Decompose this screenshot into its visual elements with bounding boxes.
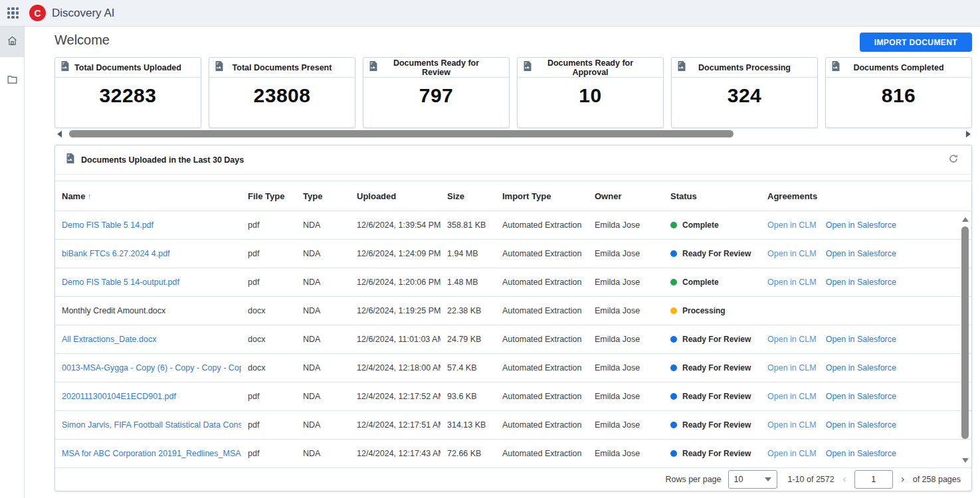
table-row: Demo FIS Table 5 14-output.pdfpdfNDA12/6… xyxy=(55,268,971,297)
agreements-cell: Open in CLMOpen in Salesforce xyxy=(761,420,971,430)
open-in-salesforce-link[interactable]: Open in Salesforce xyxy=(826,278,896,287)
document-name-link[interactable]: 0013-MSA-Gygga - Copy (6) - Copy - Copy … xyxy=(62,363,241,373)
column-header-owner[interactable]: Owner xyxy=(588,191,664,201)
document-name-link[interactable]: Demo FIS Table 5 14.pdf xyxy=(62,220,153,230)
table-row: Demo FIS Table 5 14.pdfpdfNDA12/6/2024, … xyxy=(55,211,971,240)
status-dot-icon xyxy=(670,365,677,371)
previous-page-button[interactable]: ‹ xyxy=(841,475,848,485)
rows-per-page-label: Rows per page xyxy=(665,475,721,484)
refresh-icon xyxy=(948,153,959,166)
column-header-uploaded[interactable]: Uploaded xyxy=(350,191,441,201)
conga-logo: C xyxy=(29,5,46,21)
column-header-type[interactable]: Type xyxy=(296,191,350,201)
stat-card-total-uploaded: Total Documents Uploaded 32283 xyxy=(54,57,201,128)
app-title: Discovery AI xyxy=(52,7,114,20)
document-name-link[interactable]: All Extractions_Date.docx xyxy=(62,335,156,344)
left-sidebar xyxy=(0,27,25,498)
table-row: Simon Jarvis, FIFA Football Statistical … xyxy=(55,411,971,440)
open-in-clm-link[interactable]: Open in CLM xyxy=(767,220,817,230)
stat-card-label: Total Documents Present xyxy=(224,63,349,72)
document-icon xyxy=(66,153,75,166)
open-in-salesforce-link[interactable]: Open in Salesforce xyxy=(826,420,896,430)
agreements-cell: Open in CLMOpen in Salesforce xyxy=(761,220,971,230)
stat-card-ready-review: Documents Ready for Review 797 xyxy=(363,57,510,128)
scroll-down-arrow-icon[interactable] xyxy=(962,458,969,463)
file-type-cell: pdf xyxy=(241,449,296,458)
agreements-cell: Open in CLMOpen in Salesforce xyxy=(761,335,971,344)
size-cell: 358.81 KB xyxy=(441,220,496,230)
open-in-clm-link[interactable]: Open in CLM xyxy=(767,449,817,458)
folder-icon xyxy=(7,74,18,88)
column-header-status[interactable]: Status xyxy=(664,191,761,201)
uploaded-cell: 12/6/2024, 1:39:54 PM xyxy=(350,220,441,230)
vertical-scrollbar-thumb[interactable] xyxy=(961,226,969,439)
stat-card-total-present: Total Documents Present 23808 xyxy=(209,57,355,128)
open-in-clm-link[interactable]: Open in CLM xyxy=(767,278,817,287)
import-document-button[interactable]: IMPORT DOCUMENT xyxy=(860,33,972,52)
stat-card-value: 797 xyxy=(363,84,509,107)
owner-cell: Emilda Jose xyxy=(588,220,664,230)
document-name-link[interactable]: Demo FIS Table 5 14-output.pdf xyxy=(62,278,179,287)
file-type-cell: pdf xyxy=(241,220,296,230)
status-dot-icon xyxy=(670,393,677,400)
stat-cards-row: Total Documents Uploaded 32283 Total Doc… xyxy=(54,57,972,128)
agreements-cell: Open in CLMOpen in Salesforce xyxy=(761,278,971,287)
open-in-clm-link[interactable]: Open in CLM xyxy=(767,249,817,258)
column-header-size[interactable]: Size xyxy=(441,191,496,201)
uploaded-cell: 12/4/2024, 12:17:52 AM xyxy=(350,392,441,401)
status-label: Ready For Review xyxy=(682,335,751,344)
sidebar-item-documents[interactable] xyxy=(0,65,24,96)
horizontal-scrollbar-thumb[interactable] xyxy=(69,130,734,137)
scroll-left-arrow-icon[interactable] xyxy=(57,131,62,137)
open-in-salesforce-link[interactable]: Open in Salesforce xyxy=(826,220,896,230)
open-in-salesforce-link[interactable]: Open in Salesforce xyxy=(826,392,896,401)
scroll-up-arrow-icon[interactable] xyxy=(962,217,969,222)
uploaded-cell: 12/6/2024, 1:19:25 PM xyxy=(350,306,441,315)
size-cell: 57.4 KB xyxy=(441,363,496,373)
status-dot-icon xyxy=(670,336,677,343)
open-in-clm-link[interactable]: Open in CLM xyxy=(767,420,817,430)
status-label: Complete xyxy=(682,220,719,230)
open-in-salesforce-link[interactable]: Open in Salesforce xyxy=(826,249,896,258)
page-number-input[interactable] xyxy=(854,470,893,489)
column-header-name[interactable]: Name↑ xyxy=(55,191,241,201)
document-name-link[interactable]: MSA for ABC Corporation 20191_Redlines_M… xyxy=(62,449,241,458)
import-type-cell: Automated Extraction xyxy=(496,278,588,287)
app-launcher-icon[interactable] xyxy=(7,7,19,19)
scroll-right-arrow-icon[interactable] xyxy=(966,131,971,137)
column-header-file-type[interactable]: File Type xyxy=(241,191,296,201)
column-header-agreements[interactable]: Agreements xyxy=(761,191,971,201)
open-in-salesforce-link[interactable]: Open in Salesforce xyxy=(826,363,896,373)
status-label: Ready For Review xyxy=(682,249,751,258)
page-title: Welcome xyxy=(54,33,110,48)
status-label: Ready For Review xyxy=(682,420,751,430)
document-name-link[interactable]: Simon Jarvis, FIFA Football Statistical … xyxy=(62,420,241,430)
column-header-import-type[interactable]: Import Type xyxy=(496,191,588,201)
vertical-scrollbar[interactable] xyxy=(961,212,969,465)
status-label: Ready For Review xyxy=(682,363,751,373)
horizontal-scrollbar[interactable] xyxy=(54,129,972,139)
open-in-clm-link[interactable]: Open in CLM xyxy=(767,392,817,401)
status-label: Ready For Review xyxy=(682,392,751,401)
status-cell: Ready For Review xyxy=(664,335,761,344)
open-in-salesforce-link[interactable]: Open in Salesforce xyxy=(826,449,896,458)
open-in-salesforce-link[interactable]: Open in Salesforce xyxy=(826,335,896,344)
type-cell: NDA xyxy=(296,249,350,258)
next-page-button[interactable]: › xyxy=(900,475,906,485)
table-row: MSA for ABC Corporation 20191_Redlines_M… xyxy=(55,440,971,468)
status-cell: Ready For Review xyxy=(664,249,761,258)
import-type-cell: Automated Extraction xyxy=(496,249,588,258)
status-cell: Complete xyxy=(664,278,761,287)
import-type-cell: Automated Extraction xyxy=(496,220,588,230)
home-icon xyxy=(7,35,18,49)
refresh-button[interactable] xyxy=(946,153,961,167)
sidebar-item-home[interactable] xyxy=(0,27,24,57)
document-name-link[interactable]: biBank FTCs 6.27.2024 4.pdf xyxy=(62,249,170,258)
open-in-clm-link[interactable]: Open in CLM xyxy=(767,363,817,373)
owner-cell: Emilda Jose xyxy=(588,449,664,458)
document-name-link[interactable]: 2020111300104E1ECD901.pdf xyxy=(62,392,176,401)
total-pages-text: of 258 pages xyxy=(913,475,961,484)
type-cell: NDA xyxy=(296,220,350,230)
open-in-clm-link[interactable]: Open in CLM xyxy=(767,335,817,344)
rows-per-page-select[interactable]: 10 xyxy=(728,470,777,489)
